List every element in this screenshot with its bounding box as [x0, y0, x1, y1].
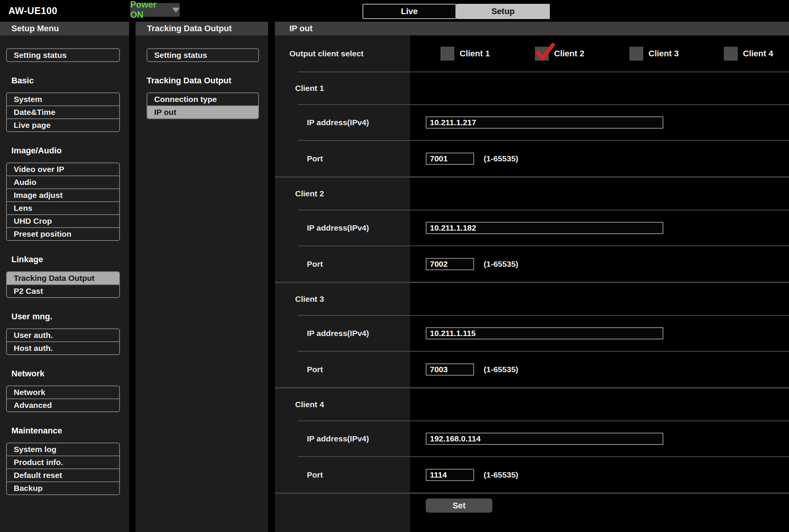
setup-menu-sidebar: Setup Menu Setting status Basic System D…	[0, 22, 129, 532]
client3-checkbox-label: Client 3	[648, 49, 679, 59]
tab-setup[interactable]: Setup	[456, 4, 550, 19]
client2-section-row: Client 2	[275, 178, 789, 210]
client1-section-label: Client 1	[275, 72, 410, 104]
client1-port-label: Port	[275, 141, 410, 176]
client3-ip-input[interactable]	[426, 327, 663, 339]
client2-port-row: Port (1-65535)	[275, 246, 789, 282]
client1-ip-input[interactable]	[426, 116, 663, 129]
row-separator	[275, 315, 789, 316]
client2-checkbox[interactable]	[535, 47, 549, 61]
submenu-item-ip-out[interactable]: IP out	[147, 105, 259, 119]
sidebar-item-live-page[interactable]: Live page	[6, 118, 120, 132]
sidebar-section-basic: Basic	[6, 76, 120, 86]
client4-port-range: (1-65535)	[484, 470, 518, 479]
sidebar-item-tracking-data-output[interactable]: Tracking Data Output	[6, 271, 120, 285]
set-row-label-spacer	[275, 494, 410, 532]
sidebar-section-network: Network	[6, 369, 120, 379]
camera-setup-page: AW-UE100 Power ON Live Setup Setup Menu …	[0, 0, 789, 532]
client4-section-row: Client 4	[275, 389, 789, 421]
client3-section-label: Client 3	[275, 283, 410, 315]
client2-port-label: Port	[275, 246, 410, 282]
client3-ip-row: IP address(IPv4)	[275, 316, 789, 351]
sidebar-item-host-auth[interactable]: Host auth.	[6, 341, 120, 355]
sidebar-item-uhd-crop[interactable]: UHD Crop	[6, 214, 120, 228]
sidebar-item-date-time[interactable]: Date&Time	[6, 105, 120, 119]
client1-checkbox[interactable]	[441, 47, 454, 61]
client1-port-range: (1-65535)	[484, 154, 518, 163]
sidebar-item-user-auth[interactable]: User auth.	[6, 328, 120, 342]
sidebar-header: Setup Menu	[0, 22, 129, 35]
row-separator	[275, 421, 789, 421]
client4-port-row: Port (1-65535)	[275, 457, 789, 492]
client2-ip-label: IP address(IPv4)	[275, 210, 410, 245]
client2-ip-input[interactable]	[426, 222, 663, 234]
submenu-item-setting-status[interactable]: Setting status	[147, 48, 259, 62]
tracking-data-output-submenu: Tracking Data Output Setting status Trac…	[136, 22, 268, 532]
client1-ip-row: IP address(IPv4)	[275, 105, 789, 140]
sidebar-item-network[interactable]: Network	[6, 385, 120, 399]
output-client-select-row: Output client select Client 1	[275, 35, 789, 72]
client1-ip-label: IP address(IPv4)	[275, 105, 410, 140]
sidebar-section-user-mng: User mng.	[6, 312, 120, 322]
set-row: Set	[275, 494, 789, 532]
client1-port-input[interactable]	[426, 153, 474, 165]
client1-port-row: Port (1-65535)	[275, 141, 789, 176]
chevron-down-icon	[172, 8, 180, 13]
output-client-select-label: Output client select	[275, 35, 410, 72]
main-panel-header: IP out	[275, 22, 789, 35]
sidebar-item-setting-status[interactable]: Setting status	[6, 48, 120, 62]
sidebar-item-product-info[interactable]: Product info.	[6, 456, 120, 469]
client2-port-range: (1-65535)	[484, 260, 518, 269]
sidebar-item-system-log[interactable]: System log	[6, 443, 120, 456]
sidebar-item-p2-cast[interactable]: P2 Cast	[6, 284, 120, 298]
client1-section-row: Client 1	[275, 72, 789, 104]
client3-port-range: (1-65535)	[484, 365, 518, 374]
sidebar-item-image-adjust[interactable]: Image adjust	[6, 188, 120, 202]
client2-checkbox-label: Client 2	[554, 49, 584, 59]
submenu-item-connection-type[interactable]: Connection type	[147, 92, 259, 106]
client3-port-row: Port (1-65535)	[275, 352, 789, 387]
sidebar-item-default-reset[interactable]: Default reset	[6, 468, 120, 482]
row-separator	[275, 351, 789, 352]
row-separator	[275, 104, 789, 105]
client3-checkbox[interactable]	[629, 47, 643, 61]
row-separator	[275, 245, 789, 246]
sidebar-section-linkage: Linkage	[6, 255, 120, 264]
tab-live[interactable]: Live	[363, 4, 456, 19]
sidebar-item-backup[interactable]: Backup	[6, 481, 120, 495]
ip-out-panel: IP out Output client select Client 1	[275, 22, 789, 532]
sidebar-item-preset-position[interactable]: Preset position	[6, 227, 120, 241]
client2-section-label: Client 2	[275, 178, 410, 210]
client1-checkbox-label: Client 1	[460, 49, 490, 59]
client4-section-label: Client 4	[275, 389, 410, 421]
client4-ip-row: IP address(IPv4)	[275, 421, 789, 456]
client4-port-input[interactable]	[426, 469, 474, 481]
set-button[interactable]: Set	[426, 499, 492, 513]
client4-checkbox-label: Client 4	[743, 49, 773, 59]
row-separator	[275, 210, 789, 210]
submenu-header: Tracking Data Output	[136, 22, 268, 35]
client3-port-input[interactable]	[426, 363, 474, 376]
submenu-section-heading: Tracking Data Output	[147, 76, 259, 86]
red-check-icon	[535, 42, 555, 62]
client2-ip-row: IP address(IPv4)	[275, 210, 789, 245]
sidebar-item-system[interactable]: System	[6, 92, 120, 106]
sidebar-item-video-over-ip[interactable]: Video over IP	[6, 162, 120, 176]
row-separator	[275, 456, 789, 457]
power-status-label: Power ON	[130, 0, 168, 20]
device-title: AW-UE100	[8, 5, 57, 16]
client4-ip-label: IP address(IPv4)	[275, 421, 410, 456]
sidebar-item-audio[interactable]: Audio	[6, 175, 120, 189]
client4-ip-input[interactable]	[426, 433, 663, 445]
client4-checkbox[interactable]	[724, 47, 738, 61]
client3-port-label: Port	[275, 352, 410, 387]
sidebar-item-advanced[interactable]: Advanced	[6, 398, 120, 412]
client1-checkbox-group: Client 1	[441, 47, 535, 61]
sidebar-section-maintenance: Maintenance	[6, 426, 120, 436]
sidebar-item-lens[interactable]: Lens	[6, 201, 120, 215]
client3-section-row: Client 3	[275, 283, 789, 315]
power-dropdown[interactable]: Power ON	[130, 3, 180, 17]
row-separator	[275, 140, 789, 141]
row-separator	[275, 72, 789, 72]
client2-port-input[interactable]	[426, 258, 474, 270]
